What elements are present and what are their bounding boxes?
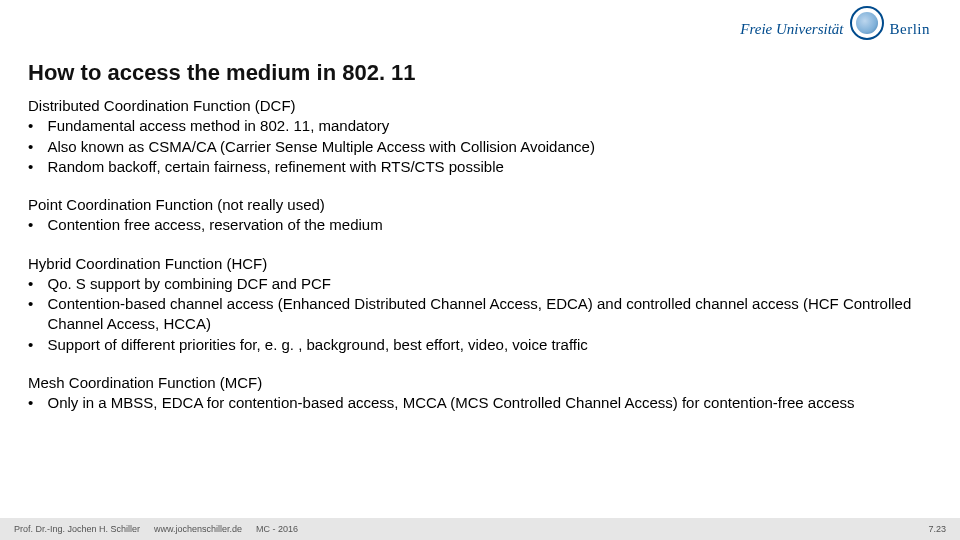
footer-url: www.jochenschiller.de <box>154 524 242 534</box>
footer-page: 7.23 <box>928 524 946 534</box>
slide-body: Distributed Coordination Function (DCF) … <box>28 96 932 431</box>
slide: Freie Universität Berlin How to access t… <box>0 0 960 540</box>
bullet-text: Support of different priorities for, e. … <box>48 335 933 355</box>
section-heading: Point Coordination Function (not really … <box>28 195 932 215</box>
bullet-text: Qo. S support by combining DCF and PCF <box>48 274 933 294</box>
bullet-text: Contention-based channel access (Enhance… <box>48 294 933 335</box>
list-item: •Support of different priorities for, e.… <box>28 335 932 355</box>
section-pcf: Point Coordination Function (not really … <box>28 195 932 236</box>
section-heading: Distributed Coordination Function (DCF) <box>28 96 932 116</box>
list-item: •Contention-based channel access (Enhanc… <box>28 294 932 335</box>
bullet-text: Only in a MBSS, EDCA for contention-base… <box>48 393 933 413</box>
logo-fu: Freie Universität <box>740 21 843 38</box>
list-item: •Fundamental access method in 802. 11, m… <box>28 116 932 136</box>
list-item: •Also known as CSMA/CA (Carrier Sense Mu… <box>28 137 932 157</box>
list-item: •Contention free access, reservation of … <box>28 215 932 235</box>
slide-footer: Prof. Dr.-Ing. Jochen H. Schiller www.jo… <box>0 518 960 540</box>
footer-course: MC - 2016 <box>256 524 298 534</box>
bullet-text: Also known as CSMA/CA (Carrier Sense Mul… <box>48 137 933 157</box>
section-heading: Mesh Coordination Function (MCF) <box>28 373 932 393</box>
slide-title: How to access the medium in 802. 11 <box>28 60 416 86</box>
seal-icon <box>850 6 884 40</box>
bullet-text: Fundamental access method in 802. 11, ma… <box>48 116 933 136</box>
footer-author: Prof. Dr.-Ing. Jochen H. Schiller <box>14 524 140 534</box>
bullet-text: Contention free access, reservation of t… <box>48 215 933 235</box>
section-heading: Hybrid Coordination Function (HCF) <box>28 254 932 274</box>
section-mcf: Mesh Coordination Function (MCF) •Only i… <box>28 373 932 414</box>
logo-berlin: Berlin <box>890 21 931 38</box>
section-hcf: Hybrid Coordination Function (HCF) •Qo. … <box>28 254 932 355</box>
university-logo: Freie Universität Berlin <box>740 6 930 40</box>
logo-text: Freie Universität Berlin <box>740 6 930 40</box>
list-item: •Qo. S support by combining DCF and PCF <box>28 274 932 294</box>
list-item: •Random backoff, certain fairness, refin… <box>28 157 932 177</box>
bullet-text: Random backoff, certain fairness, refine… <box>48 157 933 177</box>
section-dcf: Distributed Coordination Function (DCF) … <box>28 96 932 177</box>
list-item: •Only in a MBSS, EDCA for contention-bas… <box>28 393 932 413</box>
